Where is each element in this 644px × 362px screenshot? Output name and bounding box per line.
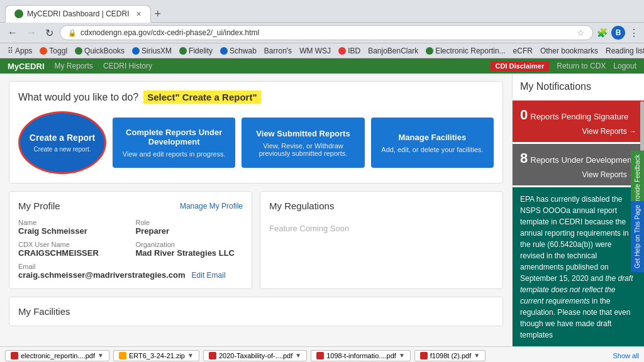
feedback-tab-fixed[interactable]: Provide Feedback [631,151,644,209]
address-bar-row: ← → ↻ 🔒 cdxnodengn.epa.gov/cdx-cedri-pha… [0,23,644,43]
app-nav-right: CDI Disclaimer Return to CDX Logout [491,61,636,71]
chevron-down-icon-1[interactable]: ▼ [187,352,194,359]
view-submitted-label: View Submitted Reports [248,129,358,138]
bookmark-electronic[interactable]: Electronic Reportin... [423,46,508,56]
pdf-icon-0 [11,352,18,359]
main-content: What would you like to do? Select" Creat… [0,74,512,346]
pending-count-row: 0 Reports Pending Signature [520,107,636,123]
zip-icon-1 [119,352,126,359]
app-area: MyCEDRI My Reports CEDRI History CDI Dis… [0,58,644,346]
complete-reports-label: Complete Reports Under Development [119,128,229,146]
dev-count: 8 [520,150,528,167]
show-all-link[interactable]: Show all [613,352,639,359]
chevron-down-icon-3[interactable]: ▼ [399,352,405,359]
email-row: Email craig.schmeisser@madriverstrategie… [18,263,243,280]
cdx-value: CRAIGSCHMEISSER [18,248,126,258]
bookmark-ecfr[interactable]: eCFR [511,46,535,56]
extensions-icon[interactable]: 🧩 [597,28,608,38]
chevron-down-icon-2[interactable]: ▼ [295,352,301,359]
browser-chrome: MyCEDRI Dashboard | CEDRI ✕ + [0,0,644,23]
regulations-panel: My Regulations Feature Coming Soon [260,191,503,289]
create-report-sub: Create a new report. [33,146,91,153]
brand-link[interactable]: MyCEDRI [8,62,45,71]
view-reports-dev-button[interactable]: View Reports → [582,170,636,179]
dev-count-row: 8 Reports Under Development [520,150,636,167]
pdf-icon-4 [420,352,428,359]
email-value: craig.schmeisser@madriverstrategies.com [18,270,186,280]
org-label: Organization [136,241,243,248]
lower-panels: My Profile Manage My Profile Name Craig … [9,191,503,289]
chevron-down-icon-4[interactable]: ▼ [474,352,480,359]
role-field: Role Preparer [136,219,243,236]
tab-title: MyCEDRI Dashboard | CEDRI [27,9,130,18]
new-tab-button[interactable]: + [151,8,165,21]
facilities-title: My Facilities [18,306,70,317]
view-reports-pending-row: View Reports → [520,127,636,136]
manage-profile-link[interactable]: Manage My Profile [180,202,243,211]
bookmark-other[interactable]: Other bookmarks [538,46,601,56]
complete-reports-button[interactable]: Complete Reports Under Development View … [113,118,235,168]
manage-facilities-sub: Add, edit, or delete your facilities. [377,146,487,153]
create-report-button[interactable]: Create a Report Create a new report. [18,111,106,174]
highlight-text: Select" Create a Report" [143,90,260,104]
bookmark-quickbooks[interactable]: QuickBooks [72,46,127,56]
complete-reports-sub: View and edit reports in progress. [119,150,229,158]
action-title-row: What would you like to do? Select" Creat… [18,90,494,104]
taskbar: electronic_reportin....pdf ▼ ERT6_3-24-2… [0,346,644,362]
return-to-cdx-link[interactable]: Return to CDX [557,62,606,70]
logout-link[interactable]: Logout [613,62,636,70]
help-tab-fixed[interactable]: Get Help on This Page [631,201,644,272]
taskbar-filename-3: 1098-t-informatio....pdf [326,352,396,359]
view-reports-pending-button[interactable]: View Reports → [582,127,636,136]
bookmark-fidelity[interactable]: Fidelity [177,46,215,56]
bookmark-wsj[interactable]: WM WSJ [297,46,333,56]
profile-avatar[interactable]: B [611,26,625,40]
view-reports-dev-row: View Reports → [520,170,636,179]
manage-facilities-label: Manage Facilities [377,133,487,142]
org-value: Mad River Strategies LLC [136,248,243,258]
edit-email-link[interactable]: Edit Email [192,271,226,280]
bookmark-toggl[interactable]: Toggl [37,46,70,56]
refresh-button[interactable]: ↻ [43,26,56,40]
address-text: cdxnodengn.epa.gov/cdx-cedri-phase2/_ui/… [80,28,573,37]
view-submitted-button[interactable]: View Submitted Reports View, Revise, or … [242,118,364,168]
cdx-label: CDX User Name [18,241,126,248]
taskbar-item-3[interactable]: 1098-t-informatio....pdf ▼ [311,350,411,361]
bookmark-siriusxm[interactable]: SiriusXM [130,46,174,56]
create-report-label: Create a Report [30,133,95,143]
bookmark-schwab[interactable]: Schwab [218,46,259,56]
action-title: What would you like to do? [18,92,138,103]
manage-facilities-button[interactable]: Manage Facilities Add, edit, or delete y… [371,118,494,168]
forward-button[interactable]: → [24,26,39,40]
taskbar-item-4[interactable]: f1098t (2).pdf ▼ [414,350,486,361]
app-nav-left: MyCEDRI My Reports CEDRI History [8,62,152,71]
bookmarks-bar: ⠿ Apps Toggl QuickBooks SiriusXM Fidelit… [0,43,644,58]
my-reports-link[interactable]: My Reports [55,62,93,70]
bookmark-banjo[interactable]: BanjoBenClark [365,46,421,56]
taskbar-item-1[interactable]: ERT6_3-24-21.zip ▼ [113,350,199,361]
close-tab-icon[interactable]: ✕ [136,10,142,18]
cedri-history-link[interactable]: CEDRI History [103,62,152,70]
taskbar-item-0[interactable]: electronic_reportin....pdf ▼ [5,350,109,361]
pending-count: 0 [520,107,528,123]
email-row-content: craig.schmeisser@madriverstrategies.com … [18,270,243,280]
pdf-icon-3 [316,352,324,359]
taskbar-item-2[interactable]: 2020-Taxability-of-....pdf ▼ [203,350,307,361]
bookmark-ibd[interactable]: IBD [336,46,363,56]
taskbar-filename-0: electronic_reportin....pdf [21,352,95,359]
bookmark-barrons[interactable]: Barron's [262,46,294,56]
bookmark-reading[interactable]: Reading list [603,46,644,56]
bookmark-apps[interactable]: ⠿ Apps [5,46,35,56]
chevron-down-icon-0[interactable]: ▼ [97,352,104,359]
browser-tab[interactable]: MyCEDRI Dashboard | CEDRI ✕ [5,5,151,23]
email-label: Email [18,263,243,270]
role-value: Preparer [136,226,243,236]
bookmark-star-icon[interactable]: ☆ [577,28,585,38]
cdi-disclaimer-button[interactable]: CDI Disclaimer [491,61,550,71]
menu-icon[interactable]: ⋮ [629,27,639,39]
sidebar: My Notifications 0 Reports Pending Signa… [512,74,644,346]
regulations-title: My Regulations [269,200,334,211]
address-bar[interactable]: 🔒 cdxnodengn.epa.gov/cdx-cedri-phase2/_u… [60,25,593,40]
facilities-panel: My Facilities [9,297,503,326]
back-button[interactable]: ← [5,26,20,40]
